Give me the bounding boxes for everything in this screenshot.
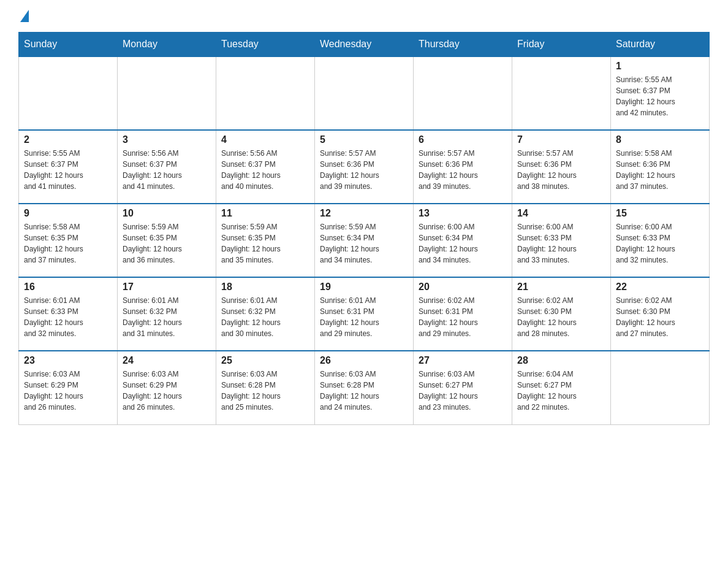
day-info: Sunrise: 5:55 AMSunset: 6:37 PMDaylight:… [616, 74, 704, 118]
day-number: 14 [517, 208, 605, 219]
week-row: 9Sunrise: 5:58 AMSunset: 6:35 PMDaylight… [19, 204, 710, 277]
day-number: 28 [517, 355, 605, 366]
calendar-cell: 8Sunrise: 5:58 AMSunset: 6:36 PMDaylight… [611, 130, 710, 204]
logo [18, 12, 29, 21]
calendar-cell: 25Sunrise: 6:03 AMSunset: 6:28 PMDayligh… [216, 351, 315, 424]
day-number: 21 [517, 282, 605, 293]
day-number: 27 [419, 355, 507, 366]
day-info: Sunrise: 6:01 AMSunset: 6:32 PMDaylight:… [123, 295, 211, 339]
day-number: 13 [419, 208, 507, 219]
day-info: Sunrise: 5:59 AMSunset: 6:34 PMDaylight:… [320, 221, 408, 266]
day-number: 23 [24, 355, 112, 366]
day-number: 20 [419, 282, 507, 293]
calendar-cell: 6Sunrise: 5:57 AMSunset: 6:36 PMDaylight… [414, 130, 512, 204]
day-of-week-header: Thursday [414, 33, 512, 57]
calendar-cell [512, 56, 611, 130]
day-number: 15 [616, 208, 704, 219]
day-info: Sunrise: 6:00 AMSunset: 6:33 PMDaylight:… [517, 221, 605, 266]
calendar-cell: 24Sunrise: 6:03 AMSunset: 6:29 PMDayligh… [118, 351, 216, 424]
calendar-cell: 7Sunrise: 5:57 AMSunset: 6:36 PMDaylight… [512, 130, 611, 204]
day-info: Sunrise: 6:03 AMSunset: 6:29 PMDaylight:… [123, 369, 211, 413]
day-number: 25 [221, 355, 309, 366]
day-number: 4 [221, 134, 309, 145]
day-of-week-header: Monday [118, 33, 216, 57]
calendar-cell [414, 56, 512, 130]
day-number: 12 [320, 208, 408, 219]
day-number: 2 [24, 134, 112, 145]
day-info: Sunrise: 6:01 AMSunset: 6:32 PMDaylight:… [221, 295, 309, 339]
calendar-cell: 16Sunrise: 6:01 AMSunset: 6:33 PMDayligh… [19, 277, 118, 351]
day-number: 8 [616, 134, 704, 145]
logo-triangle-icon [20, 10, 29, 22]
day-number: 11 [221, 208, 309, 219]
day-info: Sunrise: 5:56 AMSunset: 6:37 PMDaylight:… [123, 148, 211, 192]
day-of-week-header: Friday [512, 33, 611, 57]
day-number: 19 [320, 282, 408, 293]
calendar-cell: 5Sunrise: 5:57 AMSunset: 6:36 PMDaylight… [315, 130, 414, 204]
day-info: Sunrise: 6:01 AMSunset: 6:31 PMDaylight:… [320, 295, 408, 339]
calendar-cell: 20Sunrise: 6:02 AMSunset: 6:31 PMDayligh… [414, 277, 512, 351]
calendar-cell: 12Sunrise: 5:59 AMSunset: 6:34 PMDayligh… [315, 204, 414, 277]
day-info: Sunrise: 6:00 AMSunset: 6:33 PMDaylight:… [616, 221, 704, 266]
week-row: 2Sunrise: 5:55 AMSunset: 6:37 PMDaylight… [19, 130, 710, 204]
calendar-cell: 28Sunrise: 6:04 AMSunset: 6:27 PMDayligh… [512, 351, 611, 424]
calendar-cell: 1Sunrise: 5:55 AMSunset: 6:37 PMDaylight… [611, 56, 710, 130]
day-info: Sunrise: 5:56 AMSunset: 6:37 PMDaylight:… [221, 148, 309, 192]
day-number: 18 [221, 282, 309, 293]
calendar-cell: 19Sunrise: 6:01 AMSunset: 6:31 PMDayligh… [315, 277, 414, 351]
calendar-cell: 22Sunrise: 6:02 AMSunset: 6:30 PMDayligh… [611, 277, 710, 351]
calendar-header-row: SundayMondayTuesdayWednesdayThursdayFrid… [19, 33, 710, 57]
calendar-cell [19, 56, 118, 130]
day-info: Sunrise: 6:03 AMSunset: 6:29 PMDaylight:… [24, 369, 112, 413]
page-header [18, 12, 710, 21]
day-info: Sunrise: 6:00 AMSunset: 6:34 PMDaylight:… [419, 221, 507, 266]
calendar-cell: 11Sunrise: 5:59 AMSunset: 6:35 PMDayligh… [216, 204, 315, 277]
calendar-cell: 10Sunrise: 5:59 AMSunset: 6:35 PMDayligh… [118, 204, 216, 277]
day-of-week-header: Saturday [611, 33, 710, 57]
calendar-cell: 3Sunrise: 5:56 AMSunset: 6:37 PMDaylight… [118, 130, 216, 204]
calendar-cell: 13Sunrise: 6:00 AMSunset: 6:34 PMDayligh… [414, 204, 512, 277]
calendar-cell: 27Sunrise: 6:03 AMSunset: 6:27 PMDayligh… [414, 351, 512, 424]
calendar-cell: 9Sunrise: 5:58 AMSunset: 6:35 PMDaylight… [19, 204, 118, 277]
day-info: Sunrise: 5:58 AMSunset: 6:35 PMDaylight:… [24, 221, 112, 266]
day-info: Sunrise: 6:02 AMSunset: 6:30 PMDaylight:… [616, 295, 704, 339]
calendar-cell: 15Sunrise: 6:00 AMSunset: 6:33 PMDayligh… [611, 204, 710, 277]
calendar-cell: 26Sunrise: 6:03 AMSunset: 6:28 PMDayligh… [315, 351, 414, 424]
day-number: 5 [320, 134, 408, 145]
day-number: 17 [123, 282, 211, 293]
day-info: Sunrise: 5:57 AMSunset: 6:36 PMDaylight:… [419, 148, 507, 192]
day-info: Sunrise: 5:55 AMSunset: 6:37 PMDaylight:… [24, 148, 112, 192]
day-info: Sunrise: 5:59 AMSunset: 6:35 PMDaylight:… [221, 221, 309, 266]
day-of-week-header: Tuesday [216, 33, 315, 57]
calendar-cell: 18Sunrise: 6:01 AMSunset: 6:32 PMDayligh… [216, 277, 315, 351]
week-row: 1Sunrise: 5:55 AMSunset: 6:37 PMDaylight… [19, 56, 710, 130]
day-info: Sunrise: 6:03 AMSunset: 6:28 PMDaylight:… [320, 369, 408, 413]
week-row: 23Sunrise: 6:03 AMSunset: 6:29 PMDayligh… [19, 351, 710, 424]
day-number: 7 [517, 134, 605, 145]
week-row: 16Sunrise: 6:01 AMSunset: 6:33 PMDayligh… [19, 277, 710, 351]
day-info: Sunrise: 5:58 AMSunset: 6:36 PMDaylight:… [616, 148, 704, 192]
calendar-cell: 4Sunrise: 5:56 AMSunset: 6:37 PMDaylight… [216, 130, 315, 204]
calendar-cell [118, 56, 216, 130]
day-number: 3 [123, 134, 211, 145]
day-info: Sunrise: 6:02 AMSunset: 6:30 PMDaylight:… [517, 295, 605, 339]
day-number: 10 [123, 208, 211, 219]
calendar-cell: 21Sunrise: 6:02 AMSunset: 6:30 PMDayligh… [512, 277, 611, 351]
calendar-cell: 23Sunrise: 6:03 AMSunset: 6:29 PMDayligh… [19, 351, 118, 424]
day-info: Sunrise: 6:04 AMSunset: 6:27 PMDaylight:… [517, 369, 605, 413]
day-info: Sunrise: 5:57 AMSunset: 6:36 PMDaylight:… [320, 148, 408, 192]
day-number: 26 [320, 355, 408, 366]
calendar-cell [611, 351, 710, 424]
day-number: 16 [24, 282, 112, 293]
day-of-week-header: Wednesday [315, 33, 414, 57]
calendar-cell: 17Sunrise: 6:01 AMSunset: 6:32 PMDayligh… [118, 277, 216, 351]
day-of-week-header: Sunday [19, 33, 118, 57]
day-info: Sunrise: 6:03 AMSunset: 6:28 PMDaylight:… [221, 369, 309, 413]
calendar-cell: 14Sunrise: 6:00 AMSunset: 6:33 PMDayligh… [512, 204, 611, 277]
day-info: Sunrise: 6:01 AMSunset: 6:33 PMDaylight:… [24, 295, 112, 339]
day-number: 9 [24, 208, 112, 219]
day-number: 1 [616, 61, 704, 72]
calendar-cell: 2Sunrise: 5:55 AMSunset: 6:37 PMDaylight… [19, 130, 118, 204]
calendar-cell [315, 56, 414, 130]
day-number: 22 [616, 282, 704, 293]
